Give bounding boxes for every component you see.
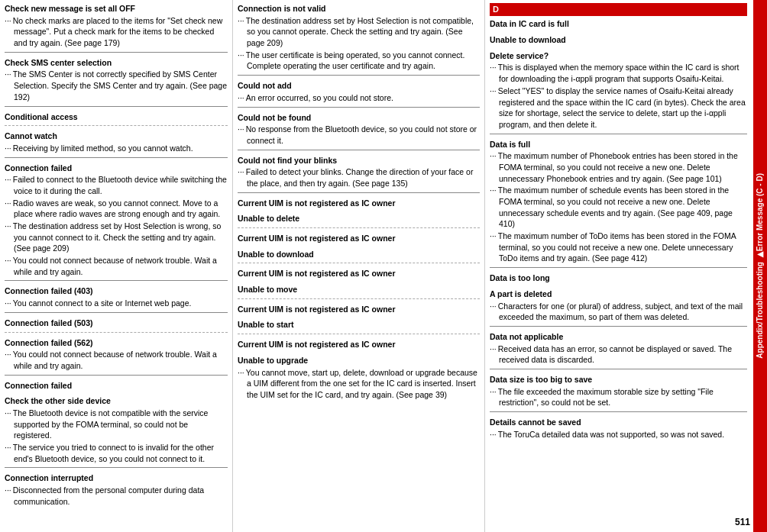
list-item: The file exceeded the maximum storable s…	[490, 386, 747, 408]
section-header: Current UIM is not registered as IC owne…	[238, 304, 480, 315]
list-item: The destination address set by Host Sele…	[5, 221, 228, 254]
section-divider	[490, 369, 747, 369]
section-header: Check SMS center selection	[5, 57, 228, 69]
section-divider	[5, 467, 228, 468]
section-header: Conditional access	[5, 111, 228, 123]
section-header: Check new message is set all OFF	[5, 3, 228, 15]
list-item: You could not connect because of network…	[5, 349, 228, 371]
section-subheader: Unable to upgrade	[238, 355, 480, 366]
section-header: Connection failed (503)	[5, 318, 228, 329]
list-item: The maximum number of ToDo items has bee…	[490, 231, 747, 264]
list-item: An error occurred, so you could not stor…	[238, 92, 480, 104]
side-tab-text: Appendix/Troubleshooting ▶Error Message …	[756, 173, 765, 359]
section-subheader: Check the other side device	[5, 395, 228, 407]
section-header: Connection failed (562)	[5, 337, 228, 349]
section-divider	[238, 334, 480, 334]
right-column: D Data in IC card is fullUnable to downl…	[485, 0, 767, 532]
section-header: Connection is not valid	[238, 3, 480, 15]
section-header: Data is full	[490, 139, 747, 150]
section-divider	[238, 75, 480, 76]
section-header: Connection interrupted	[5, 472, 228, 484]
list-item: The user certificate is being operated, …	[238, 50, 480, 72]
section-header: Data size is too big to save	[490, 374, 747, 385]
section-divider	[238, 227, 480, 228]
section-header: Data in IC card is full	[490, 18, 747, 30]
section-divider	[5, 52, 228, 53]
right-content: D Data in IC card is fullUnable to downl…	[490, 3, 762, 440]
list-item: Select "YES" to display the service name…	[490, 85, 747, 131]
section-header: Could not find your blinks	[238, 155, 480, 166]
list-item: Receiving by limited method, so you cann…	[5, 143, 228, 154]
left-column: Check new message is set all OFFNo check…	[0, 0, 233, 532]
list-item: The service you tried to connect to is i…	[5, 442, 228, 464]
section-header: Connection failed	[5, 163, 228, 174]
section-header: Data is too long	[490, 272, 747, 284]
section-subheader: Unable to delete	[238, 213, 480, 224]
section-divider	[5, 280, 228, 281]
section-divider	[5, 125, 228, 126]
section-header: Connection failed (403)	[5, 285, 228, 297]
section-divider	[5, 332, 228, 333]
section-divider	[5, 375, 228, 376]
section-header: Current UIM is not registered as IC owne…	[238, 198, 480, 209]
list-item: Received data has an error, so cannot be…	[490, 343, 747, 366]
list-item: Characters for one (or plural) of addres…	[490, 301, 747, 323]
section-divider	[238, 107, 480, 108]
list-item: This is displayed when the memory space …	[490, 62, 747, 84]
section-header: Current UIM is not registered as IC owne…	[238, 233, 480, 244]
section-divider	[5, 157, 228, 158]
section-divider	[238, 263, 480, 263]
list-item: The maximum number of schedule events ha…	[490, 185, 747, 230]
section-header: Could not add	[238, 80, 480, 92]
section-divider	[490, 326, 747, 327]
section-header: Could not be found	[238, 112, 480, 124]
middle-column: Connection is not validThe destination a…	[233, 0, 485, 532]
section-divider	[5, 312, 228, 313]
page-container: Check new message is set all OFFNo check…	[0, 0, 767, 532]
section-subheader: A part is deleted	[490, 289, 747, 300]
list-item: The Bluetooth device is not compatible w…	[5, 408, 228, 441]
list-item: No response from the Bluetooth device, s…	[238, 124, 480, 146]
page-number: 511	[735, 516, 750, 529]
section-divider	[5, 106, 228, 107]
list-item: The destination address set by Host Sele…	[238, 15, 480, 49]
section-header: Connection failed	[5, 380, 228, 392]
section-divider	[490, 411, 747, 412]
list-item: You cannot move, start up, delete, downl…	[238, 367, 480, 401]
side-tab: Appendix/Troubleshooting ▶Error Message …	[753, 0, 767, 532]
section-divider	[490, 134, 747, 134]
section-divider	[490, 267, 747, 268]
section-divider	[238, 150, 480, 150]
list-item: You cannot connect to a site or Internet…	[5, 298, 228, 309]
section-subheader: Unable to download	[238, 249, 480, 260]
list-item: Failed to detect your blinks. Change the…	[238, 166, 480, 189]
list-item: Failed to connect to the Bluetooth devic…	[5, 174, 228, 196]
list-item: Radio waves are weak, so you cannot conn…	[5, 198, 228, 220]
list-item: The SMS Center is not correctly specifie…	[5, 69, 228, 102]
section-header: Data not applicable	[490, 331, 747, 343]
section-divider	[238, 298, 480, 299]
list-item: The ToruCa detailed data was not support…	[490, 429, 747, 440]
section-subheader: Unable to move	[238, 284, 480, 295]
list-item: The maximum number of Phonebook entries …	[490, 150, 747, 184]
section-subheader2: Delete service?	[490, 50, 747, 62]
section-header: Details cannot be saved	[490, 417, 747, 428]
list-item: No check marks are placed to the items f…	[5, 15, 228, 49]
list-item: You could not connect because of network…	[5, 255, 228, 277]
section-divider	[238, 192, 480, 193]
section-header: Cannot watch	[5, 131, 228, 142]
section-header: Current UIM is not registered as IC owne…	[238, 268, 480, 279]
section-header: Current UIM is not registered as IC owne…	[238, 339, 480, 350]
list-item: Disconnected from the personal computer …	[5, 485, 228, 507]
section-subheader: Unable to download	[490, 34, 747, 46]
section-subheader: Unable to start	[238, 319, 480, 330]
d-section-header: D	[490, 3, 747, 16]
